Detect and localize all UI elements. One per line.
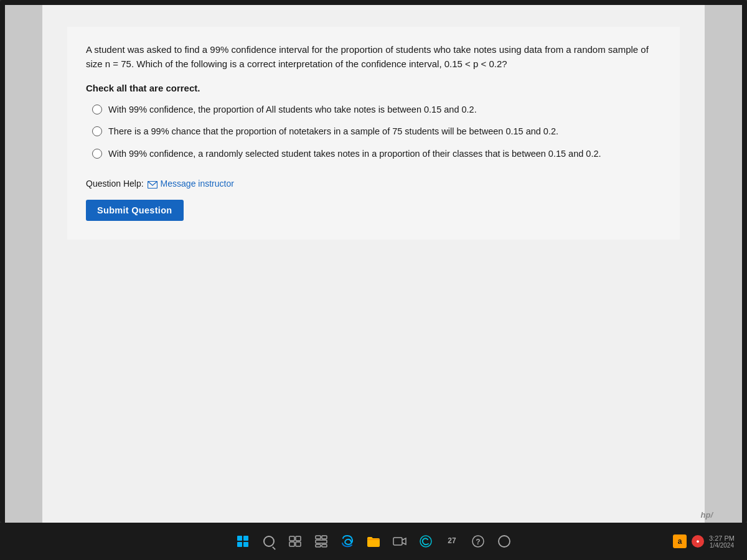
clock-date: 1/4/2024 <box>709 542 735 549</box>
circle-svg <box>497 534 511 548</box>
hp-logo: hp/ <box>701 510 713 520</box>
svg-rect-3 <box>289 542 294 546</box>
notification-icon[interactable]: ● <box>692 535 704 548</box>
list-item: With 99% confidence, the proportion of A… <box>92 103 661 117</box>
svg-rect-2 <box>296 536 301 541</box>
list-item: There is a 99% chance that the proportio… <box>92 125 661 139</box>
taskview-svg <box>289 536 301 547</box>
help-icon[interactable]: ? <box>469 533 487 550</box>
screen: A student was asked to find a 99% confid… <box>5 5 742 555</box>
svg-rect-9 <box>322 544 327 547</box>
svg-rect-8 <box>316 544 321 547</box>
search-icon <box>263 536 275 547</box>
camera-svg <box>393 536 406 547</box>
submit-question-button[interactable]: Submit Question <box>86 200 184 221</box>
amazon-icon[interactable]: a <box>673 534 687 548</box>
system-clock[interactable]: 3:27 PM 1/4/2024 <box>709 534 735 549</box>
windows-logo <box>237 536 248 547</box>
widgets-icon[interactable] <box>312 533 330 550</box>
question-help-row: Question Help: Message instructor <box>86 179 661 189</box>
file-explorer-icon[interactable] <box>365 533 382 550</box>
options-list: With 99% confidence, the proportion of A… <box>86 103 661 161</box>
check-all-instruction: Check all that are correct. <box>86 83 661 93</box>
svg-point-14 <box>499 536 510 547</box>
camera-icon[interactable] <box>391 533 408 550</box>
clock-time: 3:27 PM <box>709 534 735 542</box>
edge-icon[interactable] <box>339 533 356 550</box>
list-item: With 99% confidence, a randomly selected… <box>92 147 661 161</box>
svg-text:?: ? <box>476 538 480 546</box>
question-text: A student was asked to find a 99% confid… <box>86 42 661 72</box>
message-instructor-link[interactable]: Message instructor <box>161 179 234 189</box>
svg-rect-4 <box>296 542 301 546</box>
content-area: A student was asked to find a 99% confid… <box>42 5 705 555</box>
edge2-svg <box>419 534 433 548</box>
svg-rect-6 <box>322 536 327 539</box>
left-sidebar <box>5 5 42 555</box>
notification-label: ● <box>696 538 699 544</box>
option-text-3: With 99% confidence, a randomly selected… <box>108 147 661 161</box>
radio-option-1[interactable] <box>92 105 102 114</box>
edge-svg <box>341 534 354 548</box>
calendar-number-icon[interactable]: 27 <box>443 533 461 550</box>
windows-start-icon[interactable] <box>234 533 251 550</box>
taskview-icon[interactable] <box>286 533 304 550</box>
svg-rect-7 <box>316 540 327 543</box>
circle-icon[interactable] <box>496 533 513 550</box>
edge2-icon[interactable] <box>417 533 435 550</box>
svg-rect-5 <box>316 536 321 539</box>
widgets-svg <box>315 535 327 548</box>
mail-icon <box>148 180 157 188</box>
option-text-2: There is a 99% chance that the proportio… <box>108 125 661 139</box>
radio-option-2[interactable] <box>92 126 102 136</box>
calendar-date: 27 <box>448 537 456 545</box>
system-tray: a ● 3:27 PM 1/4/2024 <box>673 534 735 549</box>
right-sidebar <box>705 5 742 555</box>
question-block: A student was asked to find a 99% confid… <box>67 27 680 240</box>
help-svg: ? <box>471 534 485 548</box>
svg-rect-10 <box>393 538 402 545</box>
file-explorer-svg <box>367 535 380 548</box>
svg-rect-1 <box>289 536 294 541</box>
radio-option-3[interactable] <box>92 149 102 159</box>
search-taskbar-icon[interactable] <box>260 533 278 550</box>
taskbar: 27 ? a ● 3:27 PM 1/4/2024 <box>0 523 747 560</box>
amazon-label: a <box>678 537 682 546</box>
option-text-1: With 99% confidence, the proportion of A… <box>108 103 661 117</box>
question-help-label: Question Help: <box>86 179 144 189</box>
